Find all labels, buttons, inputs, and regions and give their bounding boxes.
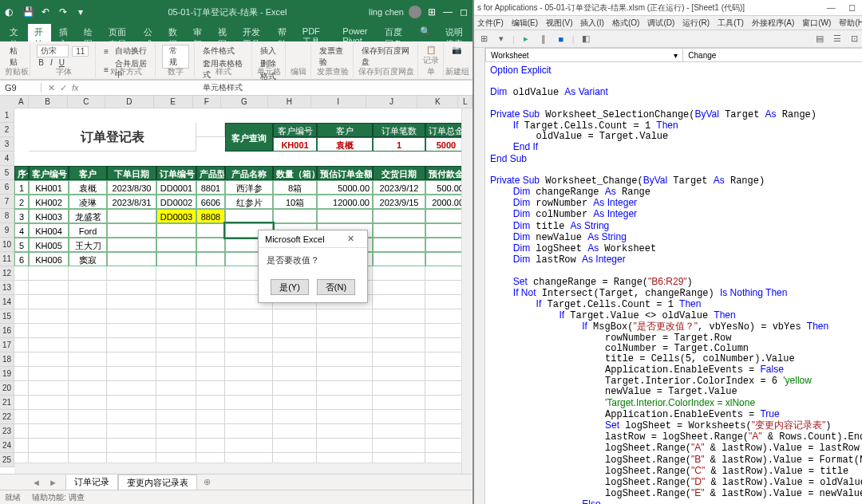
qat-more-icon[interactable]: ▾ (75, 6, 86, 18)
cell[interactable]: 5 (14, 238, 29, 252)
row-header-21[interactable]: 21 (0, 396, 14, 410)
cell[interactable]: DD0001 (156, 180, 196, 195)
cell[interactable] (29, 324, 69, 338)
cell[interactable] (156, 352, 196, 367)
cell[interactable] (196, 309, 225, 324)
vba-code-editor[interactable]: Option Explicit Dim oldValue As Variant … (485, 62, 862, 504)
cell[interactable] (14, 295, 29, 309)
cell[interactable]: 产品型号 (196, 166, 225, 180)
cell[interactable]: KH002 (29, 195, 69, 209)
cell[interactable]: KH001 (29, 180, 69, 195)
cell[interactable] (29, 309, 69, 324)
cell[interactable] (373, 281, 425, 295)
cell[interactable]: KH006 (29, 252, 69, 266)
cell[interactable] (196, 295, 225, 309)
restore-icon[interactable]: ◻ (458, 6, 469, 18)
vba-minimize-icon[interactable]: — (824, 2, 839, 13)
vba-view-excel-icon[interactable]: ⊞ (477, 33, 490, 45)
cell[interactable]: 2023/8/31 (107, 195, 156, 209)
cell[interactable]: 3 (14, 209, 29, 223)
row-header-19[interactable]: 19 (0, 367, 14, 381)
cell[interactable]: 1 (14, 180, 29, 195)
cell[interactable] (107, 281, 156, 295)
cell[interactable] (29, 367, 69, 381)
cell[interactable]: 下单日期 (107, 166, 156, 180)
cell[interactable]: 2023/8/30 (107, 180, 156, 195)
cell[interactable] (273, 381, 317, 396)
minimize-icon[interactable]: — (442, 6, 453, 18)
cell[interactable] (14, 309, 29, 324)
col-header-F[interactable]: F (193, 96, 221, 108)
sheet-tab-0[interactable]: 订单记录 (65, 474, 118, 491)
cell[interactable]: KH001 (273, 137, 317, 152)
row-header-24[interactable]: 24 (0, 439, 14, 453)
cell[interactable] (107, 324, 156, 338)
cell[interactable]: 客户编号 (29, 166, 69, 180)
vba-menu-9[interactable]: 窗口(W) (802, 18, 831, 29)
autosave-toggle[interactable]: ◐ (3, 6, 14, 18)
cell[interactable] (317, 338, 373, 352)
cell[interactable] (373, 396, 425, 410)
cond-format-button[interactable]: 条件格式 (201, 45, 236, 57)
ribbon-tab-0[interactable]: 文件 (3, 24, 26, 41)
cell[interactable] (14, 424, 29, 439)
cell[interactable] (107, 223, 156, 238)
cell[interactable] (107, 352, 156, 367)
horizontal-scrollbar[interactable] (14, 463, 461, 474)
cell[interactable] (225, 381, 273, 396)
cell[interactable]: 8801 (196, 180, 225, 195)
cell[interactable] (29, 410, 69, 424)
sheet-tab-1[interactable]: 变更内容记录表 (118, 474, 197, 490)
cell[interactable] (14, 281, 29, 295)
cell[interactable] (317, 424, 373, 439)
cell[interactable] (107, 338, 156, 352)
cell[interactable] (373, 223, 425, 238)
row-header-25[interactable]: 25 (0, 453, 14, 467)
cancel-formula-icon[interactable]: ✕ (48, 83, 55, 93)
cell[interactable] (225, 424, 273, 439)
cell[interactable] (69, 281, 107, 295)
cell[interactable] (273, 309, 317, 324)
redo-icon[interactable]: ↷ (57, 6, 69, 18)
col-header-I[interactable]: I (311, 96, 366, 108)
cell[interactable]: 客户查询 (225, 123, 273, 152)
col-header-B[interactable]: B (29, 96, 68, 108)
cell[interactable]: 2 (14, 195, 29, 209)
vba-menu-5[interactable]: 调试(D) (647, 18, 674, 29)
cell[interactable]: 10箱 (273, 195, 317, 209)
vba-project-icon[interactable]: ▤ (813, 33, 826, 45)
cell[interactable] (156, 367, 196, 381)
cell-styles-button[interactable]: 单元格样式 (201, 81, 244, 94)
font-size-box[interactable]: 11 (72, 46, 89, 57)
cell[interactable] (317, 352, 373, 367)
baidu-save-button[interactable]: 保存到百度网盘 (360, 45, 413, 69)
cell[interactable]: DD0003 (156, 209, 196, 223)
ribbon-tab-5[interactable]: 公式 (137, 24, 160, 41)
cell[interactable] (156, 338, 196, 352)
cell[interactable]: KH004 (29, 223, 69, 238)
row-header-2[interactable]: 2 (0, 123, 14, 137)
cell[interactable]: 袁概 (317, 137, 373, 152)
cell[interactable]: Ford (69, 223, 107, 238)
row-header-15[interactable]: 15 (0, 309, 14, 324)
col-header-H[interactable]: H (268, 96, 311, 108)
sheet-nav-prev[interactable]: ◄ (32, 478, 41, 487)
cell[interactable]: 6 (14, 252, 29, 266)
cell[interactable] (317, 367, 373, 381)
cell[interactable] (196, 424, 225, 439)
cell[interactable] (196, 238, 225, 252)
msgbox-close-icon[interactable]: ✕ (340, 234, 361, 244)
vba-menu-8[interactable]: 外接程序(A) (752, 18, 794, 29)
cell[interactable] (373, 324, 425, 338)
cell[interactable] (373, 381, 425, 396)
vba-menu-7[interactable]: 工具(T) (718, 18, 744, 29)
cell[interactable] (69, 324, 107, 338)
cell[interactable] (107, 266, 156, 281)
cell[interactable] (69, 424, 107, 439)
row-header-12[interactable]: 12 (0, 266, 14, 281)
cell[interactable] (373, 410, 425, 424)
cell[interactable] (107, 209, 156, 223)
cell[interactable] (317, 381, 373, 396)
cell[interactable] (196, 396, 225, 410)
row-header-9[interactable]: 9 (0, 223, 14, 238)
